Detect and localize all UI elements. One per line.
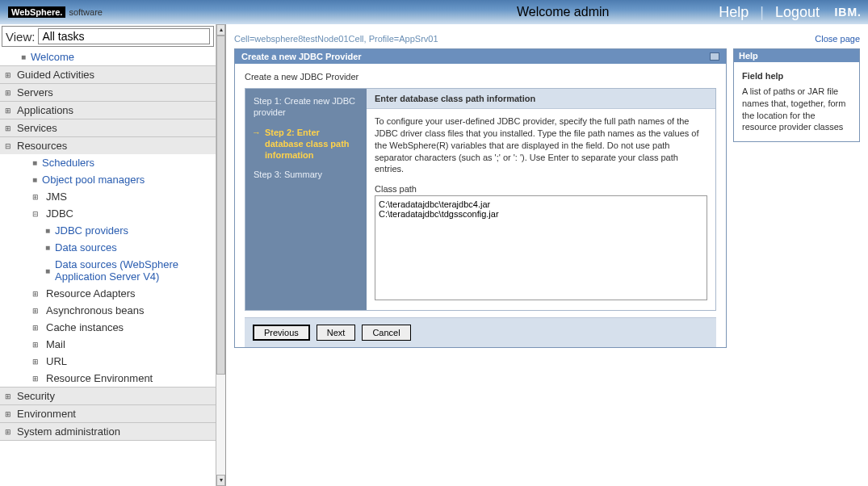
sidebar: View: ■ Welcome ⊞Guided Activities ⊞Serv… xyxy=(0,24,216,486)
collapse-icon: ⊟ xyxy=(5,142,14,150)
nav-jdbc-providers[interactable]: ■JDBC providers xyxy=(0,222,216,239)
nav-tree: ■ Welcome ⊞Guided Activities ⊞Servers ⊞A… xyxy=(0,48,216,441)
expand-icon: ⊞ xyxy=(32,290,41,298)
nav-resource-env[interactable]: ⊞Resource Environment xyxy=(0,370,216,387)
help-panel: Help Field help A list of paths or JAR f… xyxy=(733,48,860,142)
nav-data-sources[interactable]: ■Data sources xyxy=(0,239,216,256)
banner-links: Help | Logout xyxy=(719,4,820,21)
nav-welcome[interactable]: ■ Welcome xyxy=(0,48,216,65)
expand-icon: ⊞ xyxy=(32,193,41,201)
expand-icon: ⊞ xyxy=(5,71,14,79)
nav-async-beans[interactable]: ⊞Asynchronous beans xyxy=(0,302,216,319)
nav-environment[interactable]: ⊞Environment xyxy=(0,404,216,423)
panel-title: Create a new JDBC Provider xyxy=(241,52,362,61)
main-content: Cell=websphere8testNode01Cell, Profile=A… xyxy=(226,24,868,356)
expand-icon: ⊞ xyxy=(32,375,41,383)
wizard-step-2[interactable]: Step 2: Enter database class path inform… xyxy=(254,127,359,161)
view-label: View: xyxy=(6,30,35,44)
separator: | xyxy=(760,4,764,21)
expand-icon: ⊞ xyxy=(32,307,41,315)
minimize-icon[interactable] xyxy=(710,52,719,61)
nav-jdbc[interactable]: ⊟JDBC xyxy=(0,205,216,222)
field-help-text: A list of paths or JAR file names that, … xyxy=(742,86,845,132)
view-input[interactable] xyxy=(38,28,210,44)
wizard-step-1[interactable]: Step 1: Create new JDBC provider xyxy=(254,95,359,119)
classpath-label: Class path xyxy=(375,183,707,195)
bullet-icon: ■ xyxy=(21,52,26,61)
bullet-icon: ■ xyxy=(45,266,50,275)
brand-box: WebSphere. xyxy=(8,6,65,18)
nav-schedulers[interactable]: ■Schedulers xyxy=(0,154,216,171)
nav-jms[interactable]: ⊞JMS xyxy=(0,188,216,205)
nav-object-pool[interactable]: ■Object pool managers xyxy=(0,171,216,188)
nav-sys-admin[interactable]: ⊞System administration xyxy=(0,422,216,441)
nav-resource-adapters[interactable]: ⊞Resource Adapters xyxy=(0,285,216,302)
expand-icon: ⊞ xyxy=(5,410,14,418)
brand-text: software xyxy=(69,7,103,17)
expand-icon: ⊞ xyxy=(5,124,14,132)
sidebar-container: View: ■ Welcome ⊞Guided Activities ⊞Serv… xyxy=(0,24,226,486)
scroll-down-icon[interactable]: ▾ xyxy=(216,475,225,486)
top-banner: WebSphere. software Welcome admin Help |… xyxy=(0,0,868,24)
nav-resources[interactable]: ⊟Resources xyxy=(0,136,216,155)
close-page-link[interactable]: Close page xyxy=(815,34,860,44)
expand-icon: ⊞ xyxy=(5,107,14,115)
next-button[interactable]: Next xyxy=(317,325,356,341)
nav-servers[interactable]: ⊞Servers xyxy=(0,83,216,102)
nav-guided-activities[interactable]: ⊞Guided Activities xyxy=(0,65,216,84)
scroll-thumb[interactable] xyxy=(216,36,225,375)
help-title: Help xyxy=(734,49,859,62)
wizard-step-3[interactable]: Step 3: Summary xyxy=(254,169,359,180)
scroll-track[interactable] xyxy=(216,36,225,475)
wizard-steps: Step 1: Create new JDBC provider Step 2:… xyxy=(245,89,367,310)
nav-mail[interactable]: ⊞Mail xyxy=(0,336,216,353)
nav-security[interactable]: ⊞Security xyxy=(0,387,216,405)
welcome-text: Welcome admin xyxy=(517,5,609,19)
bullet-icon: ■ xyxy=(45,243,50,252)
wizard-heading: Enter database class path information xyxy=(367,89,715,109)
nav-data-sources-v4[interactable]: ■Data sources (WebSphere Application Ser… xyxy=(0,256,216,285)
expand-icon: ⊞ xyxy=(5,428,14,436)
wizard-panel: Create a new JDBC Provider Create a new … xyxy=(234,48,727,348)
sidebar-scrollbar[interactable]: ▴ ▾ xyxy=(216,24,225,486)
breadcrumb: Cell=websphere8testNode01Cell, Profile=A… xyxy=(234,29,860,48)
wizard: Step 1: Create new JDBC provider Step 2:… xyxy=(245,88,716,311)
button-row: Previous Next Cancel xyxy=(245,317,716,347)
nav-welcome-link[interactable]: Welcome xyxy=(31,51,74,63)
wizard-instructions: To configure your user-defined JDBC prov… xyxy=(375,115,707,175)
classpath-input[interactable] xyxy=(375,195,707,300)
expand-icon: ⊞ xyxy=(32,324,41,332)
bullet-icon: ■ xyxy=(45,226,50,235)
nav-url[interactable]: ⊞URL xyxy=(0,353,216,370)
panel-subtitle: Create a new JDBC Provider xyxy=(245,72,716,82)
expand-icon: ⊞ xyxy=(5,89,14,97)
previous-button[interactable]: Previous xyxy=(253,325,310,341)
breadcrumb-path: Cell=websphere8testNode01Cell, Profile=A… xyxy=(234,34,438,44)
cancel-button[interactable]: Cancel xyxy=(362,325,410,341)
panel-title-bar: Create a new JDBC Provider xyxy=(235,49,726,64)
scroll-up-icon[interactable]: ▴ xyxy=(216,24,225,36)
expand-icon: ⊞ xyxy=(32,341,41,349)
ibm-logo: IBM. xyxy=(834,6,862,19)
bullet-icon: ■ xyxy=(32,158,37,167)
logout-link[interactable]: Logout xyxy=(775,4,820,21)
bullet-icon: ■ xyxy=(32,175,37,184)
help-link[interactable]: Help xyxy=(719,4,748,21)
expand-icon: ⊞ xyxy=(5,392,14,400)
field-help-heading: Field help xyxy=(742,70,851,82)
view-selector: View: xyxy=(2,26,214,47)
nav-services[interactable]: ⊞Services xyxy=(0,119,216,137)
collapse-icon: ⊟ xyxy=(32,210,41,218)
brand: WebSphere. software xyxy=(8,6,103,18)
nav-applications[interactable]: ⊞Applications xyxy=(0,101,216,119)
nav-cache-instances[interactable]: ⊞Cache instances xyxy=(0,319,216,336)
expand-icon: ⊞ xyxy=(32,358,41,366)
